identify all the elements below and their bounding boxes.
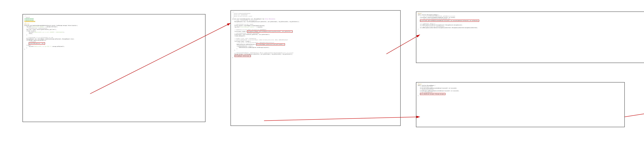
override-annotation: @Override [24,23,204,25]
panel-transfer-message: /** * 通过这个方法来完成消息实际的转发过程 * @param user: … [230,10,400,126]
arrow-5 [625,104,644,117]
method-signature: protected void handleTextMessage(WebSock… [24,25,204,26]
panel-handle-text-message: /** * 服务处理 * @param session * @param mes… [22,14,206,122]
panel-message-mapper: @Mapper public interface MessageMapper {… [416,82,625,127]
call-message-add: messageMapper.add(message); [234,55,251,57]
panel-message-session-mapper: @Mapper public interface MessageSessionM… [416,11,644,63]
call-get-friends: messageSessionMapper.getFriendsBySession… [247,30,292,33]
doc-comment: /** [24,15,204,17]
call-transfer-message: transferMessage(user, req); [29,42,45,45]
decl-add-message: void add(@Param("message") Message messa… [420,93,446,95]
call-online-user: onlineUserMapper.getSession(friend.getFr… [256,43,285,46]
decl-get-friends: List<Friend> getFriendsBySessionId(@Para… [420,20,479,22]
